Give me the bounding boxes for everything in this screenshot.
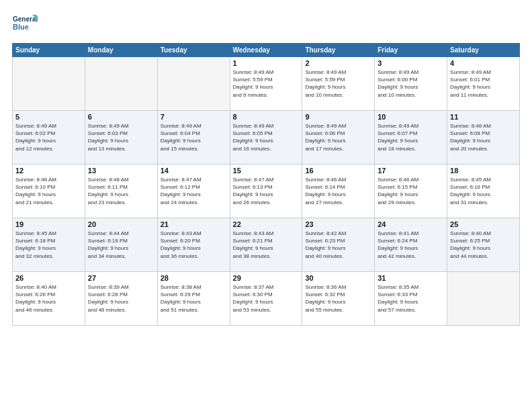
day-number: 3 (378, 59, 444, 67)
week-row-1: 1Sunrise: 8:49 AM Sunset: 5:59 PM Daylig… (13, 57, 520, 111)
day-number: 19 (15, 220, 82, 228)
day-number: 4 (450, 59, 517, 67)
calendar-cell: 15Sunrise: 8:47 AM Sunset: 6:13 PM Dayli… (230, 165, 302, 218)
calendar-cell: 13Sunrise: 8:48 AM Sunset: 6:11 PM Dayli… (85, 165, 157, 218)
calendar-cell: 6Sunrise: 8:49 AM Sunset: 6:03 PM Daylig… (85, 111, 157, 165)
calendar-cell: 12Sunrise: 8:48 AM Sunset: 6:10 PM Dayli… (13, 165, 85, 218)
day-number: 15 (233, 167, 300, 175)
calendar-cell: 16Sunrise: 8:46 AM Sunset: 6:14 PM Dayli… (302, 165, 375, 218)
day-info: Sunrise: 8:49 AM Sunset: 6:00 PM Dayligh… (378, 68, 444, 99)
day-info: Sunrise: 8:45 AM Sunset: 6:18 PM Dayligh… (15, 230, 82, 260)
day-number: 5 (15, 113, 82, 121)
day-info: Sunrise: 8:46 AM Sunset: 6:15 PM Dayligh… (378, 176, 444, 206)
day-info: Sunrise: 8:43 AM Sunset: 6:20 PM Dayligh… (161, 230, 227, 260)
day-info: Sunrise: 8:47 AM Sunset: 6:12 PM Dayligh… (161, 176, 227, 206)
day-info: Sunrise: 8:45 AM Sunset: 6:16 PM Dayligh… (450, 176, 517, 206)
calendar-cell: 8Sunrise: 8:49 AM Sunset: 6:05 PM Daylig… (230, 111, 302, 165)
calendar-cell: 3Sunrise: 8:49 AM Sunset: 6:00 PM Daylig… (375, 57, 447, 111)
calendar-cell: 21Sunrise: 8:43 AM Sunset: 6:20 PM Dayli… (157, 218, 230, 272)
calendar-cell: 4Sunrise: 8:49 AM Sunset: 6:01 PM Daylig… (447, 57, 520, 111)
calendar-cell: 24Sunrise: 8:41 AM Sunset: 6:24 PM Dayli… (375, 218, 447, 272)
day-number: 31 (378, 274, 444, 282)
calendar-cell (157, 57, 230, 111)
day-info: Sunrise: 8:49 AM Sunset: 6:01 PM Dayligh… (450, 68, 517, 99)
svg-text:General: General (13, 15, 38, 23)
logo-svg: General Blue (12, 12, 38, 36)
calendar-cell (85, 57, 157, 111)
calendar-cell: 19Sunrise: 8:45 AM Sunset: 6:18 PM Dayli… (13, 218, 85, 272)
day-number: 9 (305, 113, 371, 121)
day-info: Sunrise: 8:36 AM Sunset: 6:32 PM Dayligh… (305, 283, 371, 314)
week-row-5: 26Sunrise: 8:40 AM Sunset: 6:26 PM Dayli… (13, 272, 520, 326)
day-info: Sunrise: 8:43 AM Sunset: 6:21 PM Dayligh… (233, 230, 300, 260)
day-info: Sunrise: 8:49 AM Sunset: 6:04 PM Dayligh… (161, 122, 227, 152)
weekday-wednesday: Wednesday (230, 44, 302, 57)
calendar-cell: 25Sunrise: 8:40 AM Sunset: 6:25 PM Dayli… (447, 218, 520, 272)
calendar-cell: 17Sunrise: 8:46 AM Sunset: 6:15 PM Dayli… (375, 165, 447, 218)
day-number: 30 (305, 274, 371, 282)
weekday-thursday: Thursday (302, 44, 375, 57)
day-number: 24 (378, 220, 444, 228)
calendar-cell: 27Sunrise: 8:39 AM Sunset: 6:28 PM Dayli… (85, 272, 157, 326)
day-number: 1 (233, 59, 300, 67)
weekday-saturday: Saturday (447, 44, 520, 57)
day-number: 23 (305, 220, 371, 228)
calendar-cell: 30Sunrise: 8:36 AM Sunset: 6:32 PM Dayli… (302, 272, 375, 326)
day-number: 21 (161, 220, 227, 228)
day-info: Sunrise: 8:42 AM Sunset: 6:23 PM Dayligh… (305, 230, 371, 260)
day-info: Sunrise: 8:38 AM Sunset: 6:29 PM Dayligh… (161, 283, 227, 314)
day-number: 28 (161, 274, 227, 282)
svg-text:Blue: Blue (13, 23, 29, 31)
calendar-cell: 31Sunrise: 8:35 AM Sunset: 6:33 PM Dayli… (375, 272, 447, 326)
weekday-tuesday: Tuesday (157, 44, 230, 57)
day-info: Sunrise: 8:49 AM Sunset: 5:59 PM Dayligh… (305, 68, 371, 99)
calendar-cell: 7Sunrise: 8:49 AM Sunset: 6:04 PM Daylig… (157, 111, 230, 165)
day-number: 26 (15, 274, 82, 282)
day-info: Sunrise: 8:40 AM Sunset: 6:26 PM Dayligh… (15, 283, 82, 314)
week-row-3: 12Sunrise: 8:48 AM Sunset: 6:10 PM Dayli… (13, 165, 520, 218)
weekday-monday: Monday (85, 44, 157, 57)
calendar-cell (13, 57, 85, 111)
weekday-friday: Friday (375, 44, 447, 57)
day-number: 7 (161, 113, 227, 121)
day-number: 25 (450, 220, 517, 228)
calendar-cell: 28Sunrise: 8:38 AM Sunset: 6:29 PM Dayli… (157, 272, 230, 326)
day-info: Sunrise: 8:49 AM Sunset: 6:06 PM Dayligh… (305, 122, 371, 152)
day-number: 12 (15, 167, 82, 175)
calendar-cell: 18Sunrise: 8:45 AM Sunset: 6:16 PM Dayli… (447, 165, 520, 218)
calendar-table: SundayMondayTuesdayWednesdayThursdayFrid… (12, 43, 520, 326)
weekday-header-row: SundayMondayTuesdayWednesdayThursdayFrid… (13, 44, 520, 57)
calendar-cell: 29Sunrise: 8:37 AM Sunset: 6:30 PM Dayli… (230, 272, 302, 326)
day-number: 6 (88, 113, 154, 121)
day-number: 13 (88, 167, 154, 175)
day-info: Sunrise: 8:40 AM Sunset: 6:25 PM Dayligh… (450, 230, 517, 260)
day-number: 8 (233, 113, 300, 121)
logo: General Blue (12, 12, 38, 36)
day-number: 29 (233, 274, 300, 282)
day-number: 18 (450, 167, 517, 175)
day-number: 14 (161, 167, 227, 175)
day-info: Sunrise: 8:49 AM Sunset: 5:59 PM Dayligh… (233, 68, 300, 99)
day-number: 27 (88, 274, 154, 282)
calendar-cell: 22Sunrise: 8:43 AM Sunset: 6:21 PM Dayli… (230, 218, 302, 272)
page-header: General Blue (12, 12, 520, 36)
calendar-cell: 14Sunrise: 8:47 AM Sunset: 6:12 PM Dayli… (157, 165, 230, 218)
day-number: 22 (233, 220, 300, 228)
day-info: Sunrise: 8:47 AM Sunset: 6:13 PM Dayligh… (233, 176, 300, 206)
calendar-cell: 1Sunrise: 8:49 AM Sunset: 5:59 PM Daylig… (230, 57, 302, 111)
week-row-4: 19Sunrise: 8:45 AM Sunset: 6:18 PM Dayli… (13, 218, 520, 272)
calendar-cell: 5Sunrise: 8:49 AM Sunset: 6:02 PM Daylig… (13, 111, 85, 165)
week-row-2: 5Sunrise: 8:49 AM Sunset: 6:02 PM Daylig… (13, 111, 520, 165)
day-number: 2 (305, 59, 371, 67)
day-info: Sunrise: 8:35 AM Sunset: 6:33 PM Dayligh… (378, 283, 444, 314)
calendar-cell: 20Sunrise: 8:44 AM Sunset: 6:19 PM Dayli… (85, 218, 157, 272)
day-info: Sunrise: 8:49 AM Sunset: 6:07 PM Dayligh… (378, 122, 444, 152)
day-info: Sunrise: 8:49 AM Sunset: 6:02 PM Dayligh… (15, 122, 82, 152)
calendar-cell: 10Sunrise: 8:49 AM Sunset: 6:07 PM Dayli… (375, 111, 447, 165)
day-info: Sunrise: 8:39 AM Sunset: 6:28 PM Dayligh… (88, 283, 154, 314)
calendar-cell: 26Sunrise: 8:40 AM Sunset: 6:26 PM Dayli… (13, 272, 85, 326)
day-number: 10 (378, 113, 444, 121)
calendar-cell (447, 272, 520, 326)
day-info: Sunrise: 8:41 AM Sunset: 6:24 PM Dayligh… (378, 230, 444, 260)
calendar-cell: 23Sunrise: 8:42 AM Sunset: 6:23 PM Dayli… (302, 218, 375, 272)
